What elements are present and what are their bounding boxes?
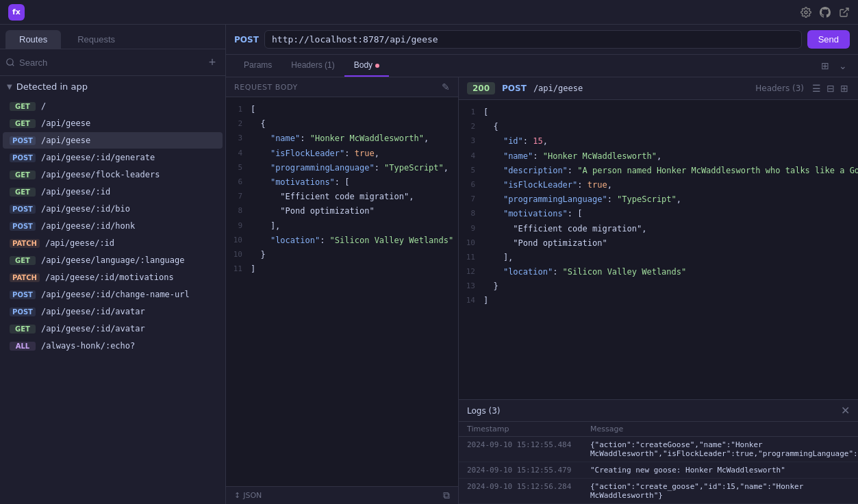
grid-view-icon[interactable]: ⊞ bbox=[839, 81, 850, 95]
line-content: "isFlockLeader": true, bbox=[483, 179, 858, 192]
route-item[interactable]: PATCH/api/geese/:id/motivations bbox=[3, 269, 223, 286]
code-line: 10 "location": "Silicon Valley Wetlands" bbox=[226, 234, 458, 248]
log-row[interactable]: 2024-09-10 15:12:55.479"Creating new goo… bbox=[459, 462, 858, 479]
section-header[interactable]: ▼ Detected in app bbox=[0, 76, 225, 97]
route-item[interactable]: PATCH/api/geese/:id bbox=[3, 235, 223, 251]
code-line: 14] bbox=[459, 294, 858, 308]
expand-icon[interactable]: ⌄ bbox=[836, 59, 850, 73]
code-line: 8 "motivations": [ bbox=[459, 207, 858, 221]
line-content: ], bbox=[251, 220, 458, 233]
log-message: {"action":"create_goose","id":15,"name":… bbox=[590, 482, 850, 500]
route-path: /api/geese/:id/avatar bbox=[41, 324, 145, 333]
route-path: / bbox=[41, 101, 46, 111]
route-item[interactable]: POST/api/geese/:id/change-name-url bbox=[3, 286, 223, 303]
app-icon: fx bbox=[8, 4, 25, 21]
send-button[interactable]: Send bbox=[807, 30, 850, 49]
tab-headers[interactable]: Headers (1) bbox=[281, 55, 344, 77]
request-body-header: REQUEST BODY ✎ bbox=[226, 77, 458, 97]
logs-table: Timestamp Message 2024-09-10 15:12:55.48… bbox=[459, 422, 858, 504]
route-item[interactable]: GET/api/geese/flock-leaders bbox=[3, 166, 223, 183]
logs-close-button[interactable]: ✕ bbox=[841, 404, 850, 417]
code-line: 3 "name": "Honker McWaddlesworth", bbox=[226, 131, 458, 146]
format-icon[interactable]: ⊞ bbox=[818, 59, 832, 73]
edit-icon[interactable]: ✎ bbox=[442, 81, 450, 92]
code-line: 1[ bbox=[226, 103, 458, 117]
code-line: 9 ], bbox=[226, 219, 458, 234]
code-line: 6 "motivations": [ bbox=[226, 175, 458, 190]
log-row[interactable]: 2024-09-10 15:12:56.284{"action":"create… bbox=[459, 479, 858, 504]
search-icon bbox=[5, 58, 15, 67]
line-content: "id": 15, bbox=[483, 135, 858, 148]
line-number: 11 bbox=[459, 251, 483, 264]
method-badge: GET bbox=[10, 325, 36, 333]
method-badge: POST bbox=[10, 136, 36, 145]
method-badge: GET bbox=[10, 171, 36, 179]
url-input[interactable] bbox=[264, 30, 802, 49]
method-badge: PATCH bbox=[10, 273, 40, 282]
line-content: "name": "Honker McWaddlesworth", bbox=[483, 150, 858, 163]
line-content: { bbox=[483, 121, 858, 134]
method-badge: GET bbox=[10, 119, 36, 128]
log-timestamp: 2024-09-10 15:12:55.479 bbox=[467, 466, 590, 475]
route-item[interactable]: GET/ bbox=[3, 98, 223, 114]
route-item[interactable]: GET/api/geese/:id/avatar bbox=[3, 320, 223, 337]
code-line: 11 ], bbox=[459, 251, 858, 265]
route-item[interactable]: POST/api/geese/:id/generate bbox=[3, 149, 223, 166]
tab-icons: ⊞ ⌄ bbox=[818, 59, 850, 73]
route-item[interactable]: GET/api/geese bbox=[3, 115, 223, 131]
list-view-icon[interactable]: ☰ bbox=[811, 81, 822, 95]
line-content: ] bbox=[483, 294, 858, 307]
line-number: 10 bbox=[226, 249, 251, 261]
json-label-bar: ↕ JSON ⧉ bbox=[226, 486, 458, 504]
tab-requests[interactable]: Requests bbox=[64, 30, 129, 49]
code-line: 10 } bbox=[226, 248, 458, 262]
tab-routes[interactable]: Routes bbox=[5, 30, 61, 49]
line-content: "programmingLanguage": "TypeScript", bbox=[251, 162, 458, 175]
line-number: 4 bbox=[459, 150, 483, 162]
method-badge: POST bbox=[10, 290, 36, 299]
route-item[interactable]: GET/api/geese/language/:language bbox=[3, 252, 223, 268]
line-content: "Pond optimization" bbox=[483, 237, 858, 250]
response-path: /api/geese bbox=[533, 84, 583, 93]
tab-params[interactable]: Params bbox=[234, 55, 281, 77]
line-content: "isFlockLeader": true, bbox=[251, 147, 458, 160]
search-input[interactable] bbox=[19, 58, 201, 68]
columns-view-icon[interactable]: ⊟ bbox=[825, 81, 836, 95]
route-item[interactable]: POST/api/geese/:id/honk bbox=[3, 218, 223, 234]
sidebar: Routes Requests + ▼ Detected in app GET/… bbox=[0, 25, 226, 504]
right-panel: POST Send Params Headers (1) Body ⊞ ⌄ RE… bbox=[226, 25, 858, 504]
route-item[interactable]: POST/api/geese/:id/avatar bbox=[3, 303, 223, 320]
route-item[interactable]: POST/api/geese/:id/bio bbox=[3, 201, 223, 217]
method-badge: POST bbox=[10, 222, 36, 231]
route-path: /api/geese/language/:language bbox=[41, 255, 185, 265]
line-number: 1 bbox=[226, 103, 251, 116]
log-row[interactable]: 2024-09-10 15:12:55.484{"action":"create… bbox=[459, 437, 858, 462]
route-path: /api/geese/:id/change-name-url bbox=[41, 290, 190, 299]
logs-title: Logs (3) bbox=[467, 406, 501, 416]
route-item[interactable]: GET/api/geese/:id bbox=[3, 184, 223, 200]
tab-body[interactable]: Body bbox=[344, 55, 389, 77]
add-route-button[interactable]: + bbox=[205, 55, 220, 70]
copy-icon[interactable]: ⧉ bbox=[443, 490, 450, 501]
line-content: "programmingLanguage": "TypeScript", bbox=[483, 193, 858, 206]
line-number: 2 bbox=[226, 118, 251, 130]
line-number: 6 bbox=[459, 179, 483, 191]
line-content: "Efficient code migration", bbox=[251, 190, 458, 203]
route-list: GET/GET/api/geesePOST/api/geesePOST/api/… bbox=[0, 97, 225, 504]
code-line: 12 "location": "Silicon Valley Wetlands" bbox=[459, 265, 858, 279]
method-badge: GET bbox=[10, 256, 36, 265]
line-number: 9 bbox=[226, 220, 251, 232]
external-link-icon[interactable] bbox=[839, 7, 850, 18]
code-line: 5 "description": "A person named Honker … bbox=[459, 164, 858, 178]
line-number: 14 bbox=[459, 294, 483, 307]
method-badge: GET bbox=[10, 188, 36, 197]
line-content: "location": "Silicon Valley Wetlands" bbox=[483, 266, 858, 279]
route-item[interactable]: POST/api/geese bbox=[3, 132, 223, 149]
method-badge: POST bbox=[10, 153, 36, 162]
svg-point-0 bbox=[805, 11, 807, 14]
topbar: fx bbox=[0, 0, 858, 25]
route-item[interactable]: ALL/always-honk/:echo? bbox=[3, 338, 223, 354]
github-icon[interactable] bbox=[820, 7, 831, 18]
line-content: [ bbox=[483, 106, 858, 119]
settings-icon[interactable] bbox=[800, 7, 811, 18]
